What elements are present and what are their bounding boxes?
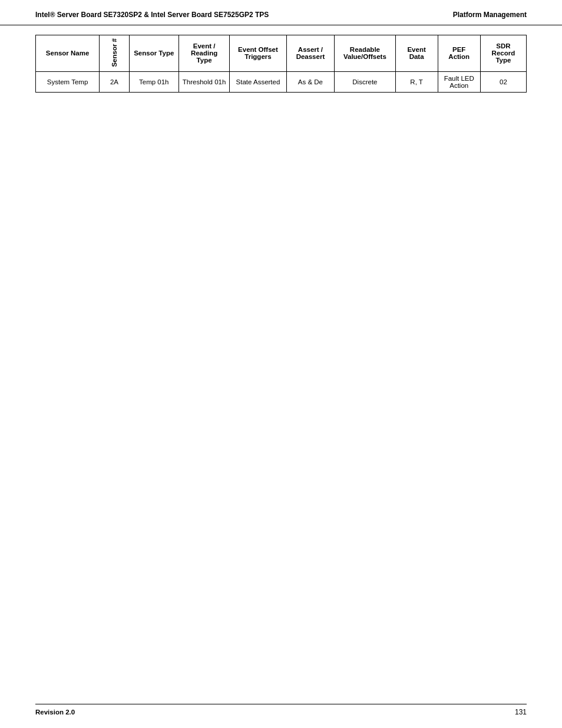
col-header-sensor-name: Sensor Name [36, 35, 100, 72]
cell-event-reading: Threshold 01h [178, 71, 230, 92]
page-header: Intel® Server Board SE7320SP2 & Intel Se… [0, 0, 562, 25]
col-header-event-data: Event Data [395, 35, 438, 72]
cell-pef: Fault LED Action [438, 71, 480, 92]
footer-revision: Revision 2.0 [35, 709, 75, 716]
col-header-sensor-num: Sensor # [100, 35, 129, 72]
document-title: Intel® Server Board SE7320SP2 & Intel Se… [35, 11, 269, 19]
cell-sdr: 02 [480, 71, 526, 92]
table-header-row: Sensor Name Sensor # Sensor Type Event /… [36, 35, 527, 72]
cell-event-offset: State Asserted [230, 71, 286, 92]
col-header-event-offset: Event Offset Triggers [230, 35, 286, 72]
content-area: Sensor Name Sensor # Sensor Type Event /… [0, 35, 562, 93]
cell-event-data: R, T [395, 71, 438, 92]
cell-assert: As & De [286, 71, 335, 92]
cell-sensor-name: System Temp [36, 71, 100, 92]
col-header-sdr: SDR Record Type [480, 35, 526, 72]
cell-sensor-type: Temp 01h [129, 71, 178, 92]
sensor-table: Sensor Name Sensor # Sensor Type Event /… [35, 35, 527, 93]
col-header-assert: Assert / Deassert [286, 35, 335, 72]
col-header-readable: Readable Value/Offsets [335, 35, 395, 72]
col-header-sensor-type: Sensor Type [129, 35, 178, 72]
col-header-pef: PEF Action [438, 35, 480, 72]
table-row: System Temp 2A Temp 01h Threshold 01h St… [36, 71, 527, 92]
section-title: Platform Management [453, 11, 527, 19]
col-header-event-reading: Event / Reading Type [178, 35, 230, 72]
footer-page-number: 131 [515, 708, 527, 716]
cell-sensor-num: 2A [100, 71, 129, 92]
page-footer: Revision 2.0 131 [35, 704, 527, 716]
cell-readable: Discrete [335, 71, 395, 92]
